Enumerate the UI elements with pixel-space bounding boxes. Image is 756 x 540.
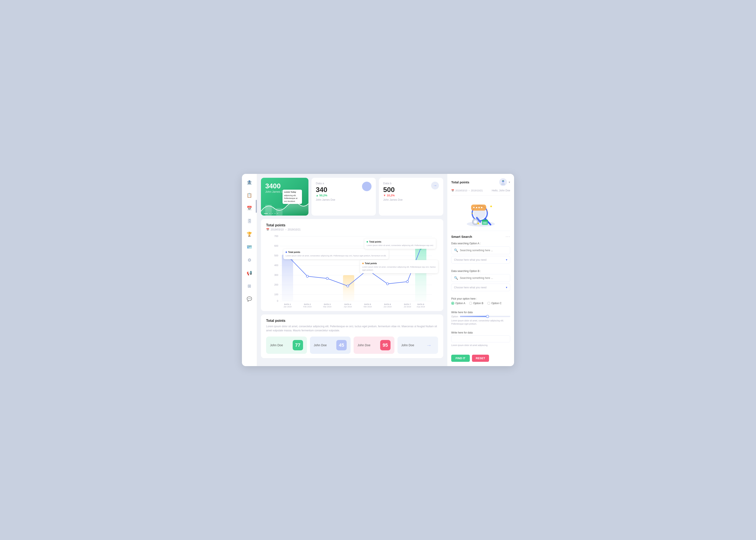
score-card-2: John Doe 45 — [310, 337, 351, 354]
svg-text:✦: ✦ — [489, 204, 493, 209]
chevron-down-icon-a: ▾ — [506, 258, 507, 261]
svg-text:Mar 2019: Mar 2019 — [323, 306, 331, 308]
chart-tooltip-2: Total points Lorem ipsum dolor sit amet,… — [360, 260, 438, 273]
rp-user: ▾ — [499, 178, 510, 186]
bottom-desc: Lorem ipsum dolor sit amet, consectetur … — [266, 325, 438, 333]
smart-search-title: Smart Search — [451, 235, 472, 238]
sidebar-item-megaphone[interactable]: 📢 — [245, 269, 254, 277]
sidebar-item-database[interactable]: 🗄 — [245, 217, 254, 225]
radio-label-c: Option C — [491, 302, 502, 305]
rp-date: 📅 2019/03/10 → 2019/10/21 — [451, 189, 483, 192]
svg-point-63 — [481, 207, 482, 208]
card-b-badge: ▼ 10,2% — [383, 194, 403, 197]
dropdown-b-text: Choose here what you need — [454, 286, 486, 289]
svg-text:600: 600 — [274, 244, 278, 247]
slider-track[interactable] — [460, 316, 510, 317]
rp-hello: Hello, John Doe — [492, 189, 510, 192]
slider-thumb[interactable] — [486, 315, 489, 318]
card-b-value: 500 — [383, 186, 403, 194]
svg-text:0: 0 — [277, 300, 278, 302]
bottom-title: Total points — [266, 319, 438, 323]
search-illustration: ✦ ✦ ✦ — [451, 199, 510, 227]
svg-point-23 — [326, 277, 328, 280]
svg-text:400: 400 — [274, 264, 278, 267]
sidebar-item-chat[interactable]: 💬 — [245, 295, 254, 303]
slider-fill — [460, 316, 487, 317]
search-input-b[interactable] — [460, 276, 507, 280]
svg-point-62 — [478, 207, 480, 208]
svg-text:300: 300 — [274, 274, 278, 276]
score-card-3: John Doe 95 — [354, 337, 394, 354]
sidebar-item-grid[interactable]: ⊞ — [245, 282, 254, 290]
score-card-1: John Doe 77 — [266, 337, 307, 354]
sidebar-item-bank[interactable]: 🏦 — [245, 178, 254, 187]
chart-tooltip-1: Total points Lorem ipsum dolor sit amet,… — [283, 249, 389, 259]
sidebar-item-award[interactable]: 🏆 — [245, 230, 254, 238]
dropdown-a[interactable]: Choose here what you need ▾ — [451, 256, 510, 264]
svg-text:200: 200 — [274, 283, 278, 286]
svg-rect-18 — [282, 255, 293, 301]
search-input-a-box: 🔍 — [451, 246, 510, 254]
sidebar-item-idcard[interactable]: 🪪 — [245, 243, 254, 251]
calendar-icon-chart: 📅 — [266, 228, 269, 231]
svg-text:Mei 2019: Mei 2019 — [363, 306, 372, 308]
svg-rect-20 — [415, 246, 427, 301]
card-a-circle — [362, 182, 372, 191]
svg-text:700: 700 — [274, 235, 278, 237]
svg-point-61 — [476, 207, 477, 208]
score-card-3-num: 95 — [380, 340, 391, 350]
app-container: 🏦 📋 📅 🗄 🏆 🪪 ⚙ 📢 ⊞ 💬 3400 John James Doe … — [242, 174, 514, 366]
svg-text:DATA 1: DATA 1 — [284, 303, 291, 306]
svg-text:Aug 2019: Aug 2019 — [417, 306, 425, 308]
svg-point-24 — [347, 285, 349, 287]
score-cards-row: John Doe 77 John Doe 45 John Doe 95 John… — [266, 337, 438, 354]
radio-option-a[interactable]: Option A — [451, 302, 465, 305]
svg-text:DATA 8: DATA 8 — [418, 303, 424, 306]
radio-option-b[interactable]: Option B — [469, 302, 483, 305]
dropdown-b[interactable]: Choose here what you need ▾ — [451, 284, 510, 291]
svg-point-46 — [501, 183, 505, 185]
sidebar-item-calendar[interactable]: 📅 — [245, 204, 254, 212]
card-data-b: Data b 500 ▼ 10,2% John James Doe → — [379, 178, 443, 215]
card-b-arrow: → — [431, 182, 439, 190]
radio-option-c[interactable]: Option C — [487, 302, 502, 305]
bottom-section: Total points Lorem ipsum dolor sit amet,… — [261, 315, 443, 358]
chart-date: 📅 2019/03/10 → 2019/10/21 — [266, 228, 438, 231]
search-input-b-box: 🔍 — [451, 274, 510, 282]
svg-text:500: 500 — [274, 254, 278, 257]
score-card-3-name: John Doe — [357, 343, 370, 347]
svg-text:DATA 2: DATA 2 — [304, 303, 311, 306]
svg-text:Feb 2019: Feb 2019 — [303, 306, 312, 308]
svg-rect-19 — [343, 275, 354, 301]
search-input-a[interactable] — [460, 249, 507, 252]
chevron-down-icon: ▾ — [509, 181, 510, 184]
chevron-down-icon-b: ▾ — [506, 286, 507, 289]
right-panel: Total points ▾ 📅 2019/03/10 → 2019/10/21 — [447, 174, 514, 366]
write-data-input-2[interactable] — [451, 336, 510, 342]
card-a-person: John James Doe — [316, 198, 335, 201]
svg-rect-0 — [265, 205, 272, 215]
svg-point-54 — [474, 220, 477, 223]
chart-wrapper: 700 600 500 400 300 200 100 0 — [266, 234, 438, 308]
rp-avatar — [499, 178, 507, 186]
find-it-button[interactable]: FIND IT — [451, 355, 470, 362]
score-card-4-arrow: → — [424, 340, 434, 350]
write-data-label-2: Write here for data — [451, 331, 510, 334]
svg-point-60 — [473, 207, 474, 208]
slider-row: Option — [451, 315, 510, 318]
svg-text:Apr 2019: Apr 2019 — [344, 306, 352, 308]
sidebar-item-copy[interactable]: 📋 — [245, 191, 254, 200]
svg-text:Jun 2019: Jun 2019 — [383, 306, 391, 308]
svg-text:✦: ✦ — [471, 212, 473, 215]
search-option-b-label: Data searching Option B : — [451, 270, 510, 273]
radio-group: Option A Option B Option C — [451, 302, 510, 305]
rp-header: Total points ▾ — [451, 178, 510, 186]
smart-search-more[interactable]: ··· — [506, 234, 510, 239]
reset-button[interactable]: RESET — [472, 355, 489, 362]
search-icon-b: 🔍 — [454, 276, 458, 280]
score-card-2-num: 45 — [336, 340, 347, 350]
green-card-chart — [261, 198, 309, 215]
card-a-label: Data a — [316, 182, 335, 185]
sidebar-item-settings[interactable]: ⚙ — [245, 256, 254, 264]
svg-text:DATA 4: DATA 4 — [344, 303, 351, 306]
